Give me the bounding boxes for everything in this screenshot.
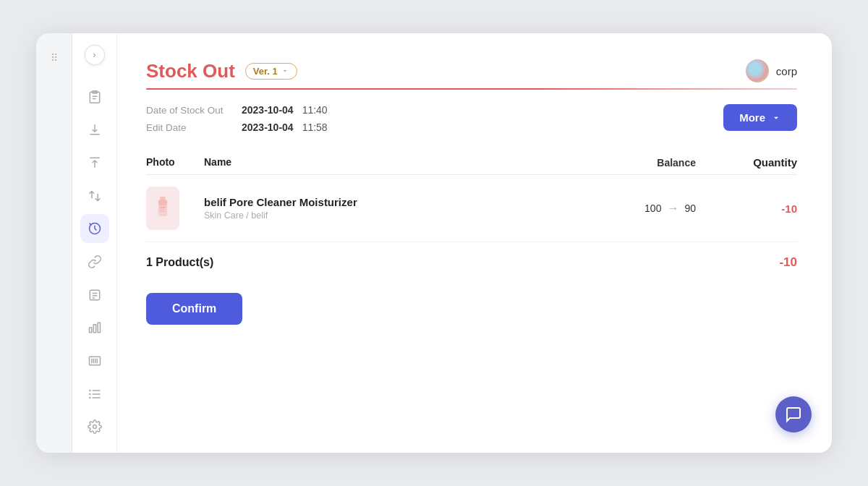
sidebar-item-barcode[interactable] bbox=[80, 346, 109, 375]
product-quantity: -10 bbox=[696, 202, 797, 215]
summary-label: 1 Product(s) bbox=[146, 256, 213, 269]
chat-fab-button[interactable] bbox=[775, 396, 812, 432]
svg-rect-10 bbox=[93, 325, 95, 333]
confirm-label: Confirm bbox=[172, 302, 216, 315]
col-photo-header: Photo bbox=[146, 156, 204, 169]
corp-label: corp bbox=[776, 65, 797, 77]
header-left: Stock Out Ver. 1 bbox=[146, 60, 297, 82]
date-stock-out-label: Date of Stock Out bbox=[146, 105, 233, 116]
svg-rect-26 bbox=[158, 200, 167, 206]
product-photo bbox=[146, 187, 179, 230]
table-header: Photo Name Balance Quantity bbox=[146, 150, 797, 175]
sidebar-toggle-button[interactable]: › bbox=[85, 45, 105, 65]
sidebar-item-link[interactable] bbox=[80, 247, 109, 276]
sidebar-item-notes[interactable] bbox=[80, 281, 109, 310]
main-content: Stock Out Ver. 1 corp Date of Stock Out … bbox=[117, 33, 832, 453]
date-stock-out-date: 2023-10-04 bbox=[242, 104, 294, 116]
svg-rect-11 bbox=[98, 323, 100, 333]
svg-point-22 bbox=[89, 396, 91, 398]
col-name-header: Name bbox=[204, 156, 566, 169]
edit-date-label: Edit Date bbox=[146, 122, 233, 133]
svg-point-20 bbox=[89, 389, 91, 391]
sidebar-item-upload[interactable] bbox=[80, 148, 109, 177]
date-stock-out-time: 11:40 bbox=[302, 104, 328, 116]
balance-arrow-icon: → bbox=[667, 202, 678, 215]
edit-date-row: Edit Date 2023-10-04 11:58 bbox=[146, 122, 328, 133]
confirm-button[interactable]: Confirm bbox=[146, 293, 242, 325]
svg-rect-12 bbox=[89, 357, 100, 365]
meta-info: Date of Stock Out 2023-10-04 11:40 Edit … bbox=[146, 104, 328, 133]
more-label: More bbox=[739, 111, 765, 124]
svg-rect-9 bbox=[89, 328, 91, 333]
summary-total: -10 bbox=[779, 255, 797, 270]
more-button[interactable]: More bbox=[723, 104, 797, 131]
table-row: belif Pore Cleaner Moisturizer Skin Care… bbox=[146, 175, 797, 242]
col-balance-header: Balance bbox=[566, 156, 696, 169]
header-row: Stock Out Ver. 1 corp bbox=[146, 59, 797, 82]
svg-rect-29 bbox=[160, 211, 164, 212]
sidebar-item-chart[interactable] bbox=[80, 313, 109, 342]
svg-rect-28 bbox=[160, 209, 166, 210]
header-divider bbox=[146, 88, 797, 90]
product-category: Skin Care / belif bbox=[204, 210, 566, 221]
sidebar-item-settings[interactable] bbox=[80, 412, 109, 441]
svg-rect-27 bbox=[160, 207, 166, 208]
product-name: belif Pore Cleaner Moisturizer bbox=[204, 196, 566, 208]
summary-row: 1 Product(s) -10 bbox=[146, 242, 797, 276]
version-label: Ver. 1 bbox=[253, 66, 278, 77]
balance-to: 90 bbox=[684, 202, 696, 214]
avatar bbox=[746, 59, 769, 82]
product-balance: 100 → 90 bbox=[566, 202, 696, 215]
sidebar-item-download[interactable] bbox=[80, 115, 109, 144]
page-title: Stock Out bbox=[146, 60, 235, 82]
edit-date-value: 2023-10-04 bbox=[242, 122, 294, 133]
sidebar-nav: › bbox=[72, 33, 117, 453]
balance-from: 100 bbox=[644, 202, 661, 214]
svg-point-23 bbox=[93, 425, 96, 429]
header-right: corp bbox=[746, 59, 797, 82]
sidebar-item-clipboard[interactable] bbox=[80, 82, 109, 111]
svg-point-21 bbox=[89, 393, 91, 395]
version-badge[interactable]: Ver. 1 bbox=[245, 63, 297, 80]
sidebar-item-transfer[interactable] bbox=[80, 182, 109, 210]
sidebar-item-history[interactable] bbox=[80, 214, 109, 243]
product-info: belif Pore Cleaner Moisturizer Skin Care… bbox=[204, 196, 566, 221]
meta-row: Date of Stock Out 2023-10-04 11:40 Edit … bbox=[146, 104, 797, 133]
svg-rect-24 bbox=[160, 197, 165, 200]
sidebar-item-list[interactable] bbox=[80, 380, 109, 409]
edit-date-time: 11:58 bbox=[302, 122, 328, 133]
icon-bar: ⠿ bbox=[36, 33, 72, 453]
drag-handle-icon[interactable]: ⠿ bbox=[41, 45, 67, 71]
col-quantity-header: Quantity bbox=[696, 156, 797, 169]
date-of-stock-out-row: Date of Stock Out 2023-10-04 11:40 bbox=[146, 104, 328, 116]
